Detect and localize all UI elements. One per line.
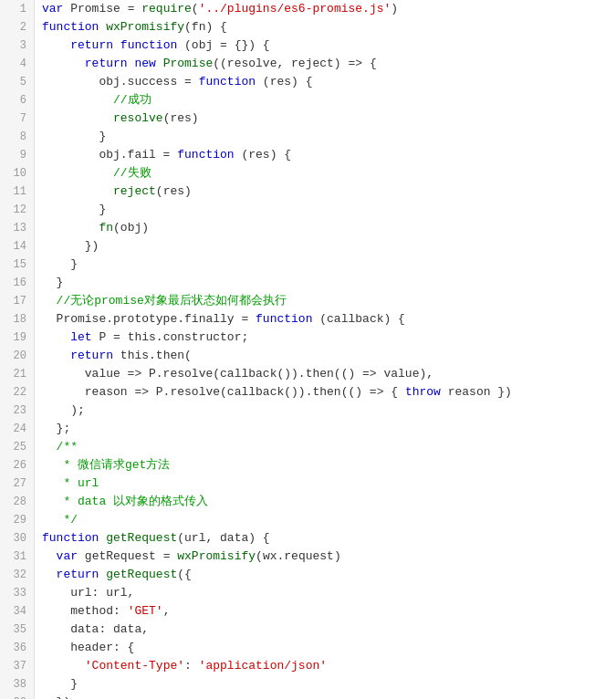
line-number: 24 [7,420,26,438]
code-line: var Promise = require('../plugins/es6-pr… [42,0,609,18]
code-line: //失败 [42,164,609,183]
line-number: 31 [7,548,26,566]
line-number: 25 [7,438,26,456]
line-number: 39 [7,694,26,699]
code-line: } [42,274,609,292]
code-line: ); [42,402,609,420]
code-content[interactable]: var Promise = require('../plugins/es6-pr… [35,0,616,699]
code-line: return getRequest({ [42,566,609,584]
line-number: 15 [7,256,26,274]
code-line: }) [42,237,609,256]
line-number: 21 [7,365,26,383]
code-line: header: { [42,639,609,657]
code-line: return this.then( [42,347,609,365]
code-line: resolve(res) [42,110,609,128]
code-line: * data 以对象的格式传入 [42,493,609,511]
code-line: let P = this.constructor; [42,329,609,347]
line-number: 17 [7,292,26,310]
code-line: } [42,675,609,694]
code-line: data: data, [42,621,609,639]
line-number: 4 [7,55,26,73]
line-number: 2 [7,18,26,37]
code-line: value => P.resolve(callback()).then(() =… [42,365,609,383]
code-line: } [42,256,609,274]
code-line: obj.success = function (res) { [42,73,609,91]
code-line: * 微信请求get方法 [42,456,609,475]
line-number: 38 [7,675,26,694]
line-number: 22 [7,383,26,402]
line-number: 30 [7,529,26,548]
code-line: /** [42,438,609,456]
code-line: } [42,201,609,219]
line-number: 14 [7,237,26,256]
line-number: 12 [7,201,26,219]
code-line: method: 'GET', [42,602,609,621]
line-number: 7 [7,110,26,128]
code-line: fn(obj) [42,219,609,237]
code-line: var getRequest = wxPromisify(wx.request) [42,548,609,566]
line-number: 19 [7,329,26,347]
line-number: 37 [7,657,26,675]
code-line: function wxPromisify(fn) { [42,18,609,37]
code-line: 'Content-Type': 'application/json' [42,657,609,675]
line-number: 8 [7,128,26,146]
code-line: }; [42,420,609,438]
line-number: 36 [7,639,26,657]
line-number: 29 [7,511,26,529]
line-number: 9 [7,146,26,164]
line-number: 16 [7,274,26,292]
line-number: 27 [7,475,26,493]
code-line: */ [42,511,609,529]
line-number: 33 [7,584,26,602]
line-number: 10 [7,164,26,183]
line-number: 23 [7,402,26,420]
line-number: 6 [7,91,26,110]
line-number: 3 [7,37,26,55]
line-number: 32 [7,566,26,584]
code-line: } [42,128,609,146]
line-number: 1 [7,0,26,18]
code-line: url: url, [42,584,609,602]
line-number: 20 [7,347,26,365]
line-number: 28 [7,493,26,511]
code-line: //成功 [42,91,609,110]
code-editor: 1234567891011121314151617181920212223242… [0,0,616,699]
code-line: * url [42,475,609,493]
line-number: 34 [7,602,26,621]
line-number: 18 [7,310,26,329]
code-line: return function (obj = {}) { [42,37,609,55]
line-number: 35 [7,621,26,639]
line-number: 26 [7,456,26,475]
line-number: 13 [7,219,26,237]
code-line: Promise.prototype.finally = function (ca… [42,310,609,329]
line-number: 11 [7,183,26,201]
code-line: }) [42,694,609,699]
code-line: reason => P.resolve(callback()).then(() … [42,383,609,402]
code-line: reject(res) [42,183,609,201]
code-line: obj.fail = function (res) { [42,146,609,164]
code-line: function getRequest(url, data) { [42,529,609,548]
code-line: return new Promise((resolve, reject) => … [42,55,609,73]
line-number: 5 [7,73,26,91]
line-numbers: 1234567891011121314151617181920212223242… [0,0,35,699]
code-line: //无论promise对象最后状态如何都会执行 [42,292,609,310]
